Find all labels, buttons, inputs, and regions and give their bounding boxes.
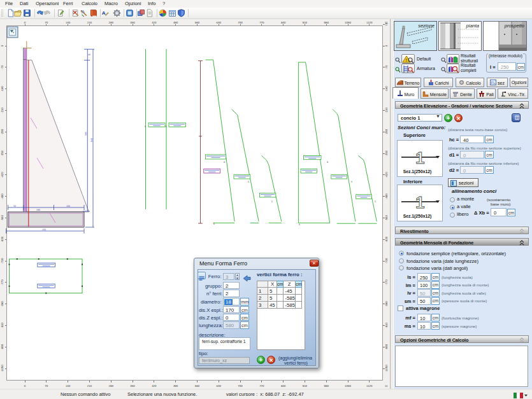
svg-text:-350: -350 xyxy=(1,150,4,156)
svg-text:5: 5 xyxy=(166,125,167,128)
svg-text:5: 5 xyxy=(145,125,146,128)
svg-text:-420: -420 xyxy=(385,172,388,178)
svg-text:1120: 1120 xyxy=(366,384,373,388)
svg-text:6: 6 xyxy=(299,223,300,226)
svg-text:840: 840 xyxy=(281,384,286,388)
svg-text:-770: -770 xyxy=(385,279,388,285)
svg-text:-840: -840 xyxy=(1,301,4,307)
svg-text:5: 5 xyxy=(271,200,273,203)
svg-text:-490: -490 xyxy=(385,193,388,199)
svg-text:70: 70 xyxy=(385,22,388,25)
svg-text:210: 210 xyxy=(87,384,92,388)
svg-text:490: 490 xyxy=(173,384,178,388)
svg-text:420: 420 xyxy=(152,21,157,24)
svg-text:490: 490 xyxy=(173,21,178,24)
svg-text:840: 840 xyxy=(281,21,286,24)
svg-text:1120: 1120 xyxy=(366,21,373,24)
svg-text:350: 350 xyxy=(130,21,135,24)
svg-text:640: 640 xyxy=(90,138,93,142)
svg-text:1050: 1050 xyxy=(345,384,351,388)
svg-text:40: 40 xyxy=(88,53,90,56)
svg-text:910: 910 xyxy=(303,384,308,388)
svg-text:1: 1 xyxy=(415,193,424,212)
svg-text:-1050: -1050 xyxy=(385,365,388,372)
svg-text:280: 280 xyxy=(109,384,114,388)
svg-text:770: 770 xyxy=(259,21,264,24)
svg-text:-630: -630 xyxy=(385,236,388,242)
svg-text:-910: -910 xyxy=(385,322,388,328)
svg-text:-420: -420 xyxy=(1,172,4,178)
svg-text:-280: -280 xyxy=(385,129,388,134)
svg-text:350: 350 xyxy=(130,384,135,388)
svg-text:250: 250 xyxy=(42,228,46,231)
svg-text:-70: -70 xyxy=(385,65,388,69)
svg-text:70: 70 xyxy=(45,21,48,24)
svg-text:A: A xyxy=(102,10,106,16)
svg-text:980: 980 xyxy=(324,384,329,388)
svg-text:700: 700 xyxy=(238,384,243,388)
svg-text:420: 420 xyxy=(152,384,157,388)
svg-text:11: 11 xyxy=(385,384,388,388)
svg-text:!: ! xyxy=(405,57,406,63)
svg-text:5: 5 xyxy=(351,181,352,183)
svg-text:-910: -910 xyxy=(1,322,4,328)
svg-text:8: 8 xyxy=(327,161,328,164)
svg-text:140: 140 xyxy=(66,21,71,24)
svg-text:1: 1 xyxy=(415,148,424,167)
svg-text:1050: 1050 xyxy=(345,21,351,24)
svg-text:630: 630 xyxy=(217,21,222,24)
svg-text:5: 5 xyxy=(375,200,376,203)
svg-text:-140: -140 xyxy=(385,86,388,92)
svg-text:100: 100 xyxy=(66,205,70,207)
svg-text:980: 980 xyxy=(324,21,329,24)
svg-text:6: 6 xyxy=(213,223,215,225)
svg-text:-1050: -1050 xyxy=(1,365,4,372)
svg-text:70: 70 xyxy=(45,384,48,388)
svg-text:-280: -280 xyxy=(1,129,4,134)
svg-text:-770: -770 xyxy=(1,279,4,285)
svg-text:560: 560 xyxy=(195,384,200,388)
svg-text:-350: -350 xyxy=(385,150,388,156)
svg-text:910: 910 xyxy=(303,21,308,24)
svg-text:-980: -980 xyxy=(1,344,4,349)
svg-text:700: 700 xyxy=(238,21,243,24)
svg-text:-700: -700 xyxy=(385,258,388,263)
svg-text:-70: -70 xyxy=(1,65,4,69)
svg-text:140: 140 xyxy=(66,384,71,388)
svg-text:-210: -210 xyxy=(385,107,388,113)
svg-text:190: 190 xyxy=(36,209,40,211)
svg-text:210: 210 xyxy=(87,21,92,24)
svg-text:-560: -560 xyxy=(1,214,4,220)
svg-text:560: 560 xyxy=(195,21,200,24)
svg-text:5: 5 xyxy=(248,181,249,183)
svg-text:585: 585 xyxy=(85,132,87,136)
svg-text:8: 8 xyxy=(224,161,225,164)
svg-text:50: 50 xyxy=(13,205,16,207)
svg-text:630: 630 xyxy=(217,384,222,388)
svg-text:-560: -560 xyxy=(385,214,388,220)
svg-text:-140: -140 xyxy=(1,86,4,92)
svg-text:-840: -840 xyxy=(385,301,388,307)
svg-text:-210: -210 xyxy=(1,107,4,113)
svg-text:-980: -980 xyxy=(385,344,388,349)
svg-text:FL: FL xyxy=(491,81,496,85)
svg-text:-700: -700 xyxy=(1,258,4,263)
svg-text:-490: -490 xyxy=(1,193,4,199)
svg-text:280: 280 xyxy=(109,21,114,24)
svg-text:-630: -630 xyxy=(1,236,4,242)
svg-text:770: 770 xyxy=(259,384,264,388)
